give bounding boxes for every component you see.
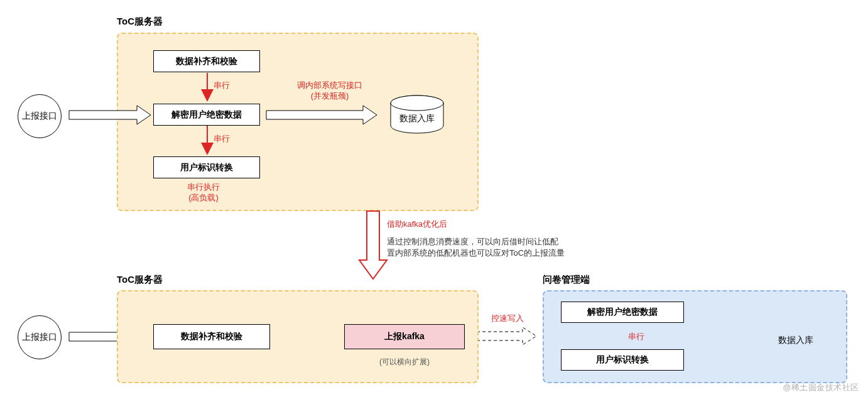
- top-api-label: 上报接口: [22, 111, 57, 122]
- arrow-middle-kafka: [359, 211, 387, 279]
- top-api-note: 调内部系统写接口 (并发瓶颈): [297, 80, 362, 102]
- bottom-convert-label: 用户标识转换: [596, 354, 649, 366]
- middle-desc: 通过控制消息消费速度，可以向后借时间让低配 置内部系统的低配机器也可以应对ToC…: [387, 236, 565, 259]
- top-serial1-label: 串行: [214, 80, 230, 91]
- top-step3: 用户标识转换: [153, 156, 260, 178]
- top-step2: 解密用户绝密数据: [153, 104, 260, 126]
- bottom-decrypt-label: 解密用户绝密数据: [587, 307, 658, 318]
- top-api-circle: 上报接口: [18, 94, 62, 138]
- bottom-decrypt: 解密用户绝密数据: [561, 302, 684, 323]
- top-server-title: ToC服务器: [117, 16, 163, 28]
- middle-title: 借助kafka优化后: [387, 219, 447, 230]
- kafka-note: (可以横向扩展): [379, 357, 430, 367]
- top-step3-label: 用户标识转换: [180, 162, 233, 173]
- kafka-box: 上报kafka: [344, 324, 465, 349]
- bottom-serial-label: 串行: [628, 331, 644, 342]
- bottom-step1: 数据补齐和校验: [153, 324, 270, 349]
- kafka-label: 上报kafka: [384, 331, 425, 342]
- bottom-db-label: 数据入库: [778, 335, 813, 346]
- top-step2-label: 解密用户绝密数据: [171, 109, 242, 121]
- top-step1-label: 数据补齐和校验: [176, 56, 237, 67]
- throttle-label: 控速写入: [491, 313, 524, 324]
- top-db-label: 数据入库: [399, 113, 435, 124]
- bottom-step1-label: 数据补齐和校验: [181, 331, 242, 342]
- top-serial2-label: 串行: [214, 133, 230, 144]
- bottom-convert: 用户标识转换: [561, 349, 684, 371]
- bottom-api-circle: 上报接口: [18, 315, 62, 359]
- watermark: @稀土掘金技术社区: [783, 382, 859, 393]
- arrow-kafka-to-admin: [471, 327, 536, 345]
- bottom-server-title: ToC服务器: [117, 274, 163, 286]
- bottom-api-label: 上报接口: [22, 332, 57, 343]
- top-serial-note: 串行执行 (高负载): [187, 182, 220, 204]
- top-step1: 数据补齐和校验: [153, 50, 260, 72]
- admin-title: 问卷管理端: [543, 274, 590, 286]
